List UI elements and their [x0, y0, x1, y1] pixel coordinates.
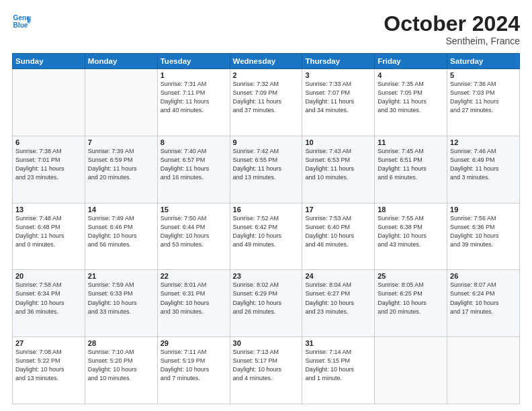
- calendar-cell: 8Sunrise: 7:40 AM Sunset: 6:57 PM Daylig…: [157, 136, 230, 203]
- calendar-cell: 14Sunrise: 7:49 AM Sunset: 6:46 PM Dayli…: [85, 203, 157, 270]
- day-info: Sunrise: 7:35 AM Sunset: 7:05 PM Dayligh…: [378, 80, 444, 115]
- calendar-cell: [13, 69, 85, 136]
- day-number: 7: [88, 138, 154, 146]
- calendar-cell: 15Sunrise: 7:50 AM Sunset: 6:44 PM Dayli…: [157, 203, 230, 270]
- day-info: Sunrise: 7:11 AM Sunset: 5:19 PM Dayligh…: [161, 348, 227, 383]
- day-number: 4: [378, 71, 444, 79]
- day-number: 29: [161, 339, 227, 347]
- location-subtitle: Sentheim, France: [384, 36, 520, 46]
- title-block: October 2024 Sentheim, France: [384, 12, 520, 46]
- calendar-cell: 6Sunrise: 7:38 AM Sunset: 7:01 PM Daylig…: [13, 136, 85, 203]
- day-number: 30: [233, 339, 300, 347]
- day-info: Sunrise: 7:46 AM Sunset: 6:49 PM Dayligh…: [450, 147, 517, 182]
- day-info: Sunrise: 7:10 AM Sunset: 5:20 PM Dayligh…: [88, 348, 154, 383]
- calendar-cell: 3Sunrise: 7:33 AM Sunset: 7:07 PM Daylig…: [302, 69, 375, 136]
- calendar-cell: [447, 337, 520, 404]
- col-friday: Friday: [375, 54, 447, 69]
- day-info: Sunrise: 7:36 AM Sunset: 7:03 PM Dayligh…: [450, 80, 517, 115]
- calendar-cell: 28Sunrise: 7:10 AM Sunset: 5:20 PM Dayli…: [85, 337, 157, 404]
- calendar-week-2: 6Sunrise: 7:38 AM Sunset: 7:01 PM Daylig…: [13, 136, 520, 203]
- calendar-cell: 4Sunrise: 7:35 AM Sunset: 7:05 PM Daylig…: [375, 69, 447, 136]
- day-number: 3: [305, 71, 371, 79]
- calendar-week-5: 27Sunrise: 7:08 AM Sunset: 5:22 PM Dayli…: [13, 337, 520, 404]
- calendar-cell: 12Sunrise: 7:46 AM Sunset: 6:49 PM Dayli…: [447, 136, 520, 203]
- day-number: 24: [305, 272, 371, 280]
- day-info: Sunrise: 7:43 AM Sunset: 6:53 PM Dayligh…: [305, 147, 371, 182]
- day-info: Sunrise: 7:53 AM Sunset: 6:40 PM Dayligh…: [305, 214, 371, 249]
- day-info: Sunrise: 7:48 AM Sunset: 6:48 PM Dayligh…: [15, 214, 82, 249]
- calendar-cell: 10Sunrise: 7:43 AM Sunset: 6:53 PM Dayli…: [302, 136, 375, 203]
- calendar-cell: 9Sunrise: 7:42 AM Sunset: 6:55 PM Daylig…: [230, 136, 302, 203]
- day-info: Sunrise: 7:13 AM Sunset: 5:17 PM Dayligh…: [233, 348, 300, 383]
- calendar-header-row: Sunday Monday Tuesday Wednesday Thursday…: [13, 54, 520, 69]
- calendar-cell: 26Sunrise: 8:07 AM Sunset: 6:24 PM Dayli…: [447, 270, 520, 337]
- day-number: 1: [161, 71, 227, 79]
- day-number: 19: [450, 205, 517, 214]
- calendar-cell: 29Sunrise: 7:11 AM Sunset: 5:19 PM Dayli…: [157, 337, 230, 404]
- day-number: 15: [161, 205, 227, 214]
- day-info: Sunrise: 7:39 AM Sunset: 6:59 PM Dayligh…: [88, 147, 154, 182]
- calendar-cell: 27Sunrise: 7:08 AM Sunset: 5:22 PM Dayli…: [13, 337, 85, 404]
- day-info: Sunrise: 7:50 AM Sunset: 6:44 PM Dayligh…: [161, 214, 227, 249]
- calendar-week-1: 1Sunrise: 7:31 AM Sunset: 7:11 PM Daylig…: [13, 69, 520, 136]
- calendar-cell: 25Sunrise: 8:05 AM Sunset: 6:25 PM Dayli…: [375, 270, 447, 337]
- day-info: Sunrise: 7:14 AM Sunset: 5:15 PM Dayligh…: [305, 348, 371, 383]
- day-info: Sunrise: 7:38 AM Sunset: 7:01 PM Dayligh…: [15, 147, 82, 182]
- day-number: 17: [305, 205, 371, 214]
- day-info: Sunrise: 7:32 AM Sunset: 7:09 PM Dayligh…: [233, 80, 300, 115]
- day-number: 2: [233, 71, 300, 79]
- day-number: 6: [15, 138, 82, 146]
- day-info: Sunrise: 7:52 AM Sunset: 6:42 PM Dayligh…: [233, 214, 300, 249]
- day-info: Sunrise: 7:40 AM Sunset: 6:57 PM Dayligh…: [161, 147, 227, 182]
- day-number: 9: [233, 138, 300, 146]
- calendar-cell: 13Sunrise: 7:48 AM Sunset: 6:48 PM Dayli…: [13, 203, 85, 270]
- day-number: 28: [88, 339, 154, 347]
- calendar-cell: 19Sunrise: 7:56 AM Sunset: 6:36 PM Dayli…: [447, 203, 520, 270]
- day-number: 8: [161, 138, 227, 146]
- col-wednesday: Wednesday: [230, 54, 302, 69]
- col-sunday: Sunday: [13, 54, 85, 69]
- day-info: Sunrise: 7:56 AM Sunset: 6:36 PM Dayligh…: [450, 214, 517, 249]
- day-number: 14: [88, 205, 154, 214]
- calendar-cell: 11Sunrise: 7:45 AM Sunset: 6:51 PM Dayli…: [375, 136, 447, 203]
- day-info: Sunrise: 8:05 AM Sunset: 6:25 PM Dayligh…: [378, 281, 444, 316]
- day-number: 25: [378, 272, 444, 280]
- day-info: Sunrise: 7:42 AM Sunset: 6:55 PM Dayligh…: [233, 147, 300, 182]
- day-info: Sunrise: 8:07 AM Sunset: 6:24 PM Dayligh…: [450, 281, 517, 316]
- day-info: Sunrise: 7:08 AM Sunset: 5:22 PM Dayligh…: [15, 348, 82, 383]
- calendar-cell: 7Sunrise: 7:39 AM Sunset: 6:59 PM Daylig…: [85, 136, 157, 203]
- col-monday: Monday: [85, 54, 157, 69]
- svg-text:Blue: Blue: [13, 21, 28, 29]
- calendar-cell: 2Sunrise: 7:32 AM Sunset: 7:09 PM Daylig…: [230, 69, 302, 136]
- day-info: Sunrise: 8:01 AM Sunset: 6:31 PM Dayligh…: [161, 281, 227, 316]
- page-header: General Blue October 2024 Sentheim, Fran…: [12, 12, 520, 46]
- day-number: 23: [233, 272, 300, 280]
- col-thursday: Thursday: [302, 54, 375, 69]
- calendar-table: Sunday Monday Tuesday Wednesday Thursday…: [12, 53, 520, 404]
- day-number: 21: [88, 272, 154, 280]
- calendar-cell: 5Sunrise: 7:36 AM Sunset: 7:03 PM Daylig…: [447, 69, 520, 136]
- calendar-cell: 16Sunrise: 7:52 AM Sunset: 6:42 PM Dayli…: [230, 203, 302, 270]
- calendar-week-4: 20Sunrise: 7:58 AM Sunset: 6:34 PM Dayli…: [13, 270, 520, 337]
- calendar-cell: [85, 69, 157, 136]
- calendar-cell: 30Sunrise: 7:13 AM Sunset: 5:17 PM Dayli…: [230, 337, 302, 404]
- calendar-cell: [375, 337, 447, 404]
- day-number: 16: [233, 205, 300, 214]
- day-number: 27: [15, 339, 82, 347]
- day-number: 12: [450, 138, 517, 146]
- calendar-cell: 20Sunrise: 7:58 AM Sunset: 6:34 PM Dayli…: [13, 270, 85, 337]
- day-number: 20: [15, 272, 82, 280]
- day-number: 31: [305, 339, 371, 347]
- day-number: 10: [305, 138, 371, 146]
- day-number: 18: [378, 205, 444, 214]
- day-number: 26: [450, 272, 517, 280]
- calendar-week-3: 13Sunrise: 7:48 AM Sunset: 6:48 PM Dayli…: [13, 203, 520, 270]
- day-info: Sunrise: 8:04 AM Sunset: 6:27 PM Dayligh…: [305, 281, 371, 316]
- day-info: Sunrise: 7:49 AM Sunset: 6:46 PM Dayligh…: [88, 214, 154, 249]
- month-title: October 2024: [384, 12, 520, 36]
- calendar-cell: 31Sunrise: 7:14 AM Sunset: 5:15 PM Dayli…: [302, 337, 375, 404]
- day-info: Sunrise: 8:02 AM Sunset: 6:29 PM Dayligh…: [233, 281, 300, 316]
- day-info: Sunrise: 7:31 AM Sunset: 7:11 PM Dayligh…: [161, 80, 227, 115]
- calendar-cell: 1Sunrise: 7:31 AM Sunset: 7:11 PM Daylig…: [157, 69, 230, 136]
- calendar-cell: 22Sunrise: 8:01 AM Sunset: 6:31 PM Dayli…: [157, 270, 230, 337]
